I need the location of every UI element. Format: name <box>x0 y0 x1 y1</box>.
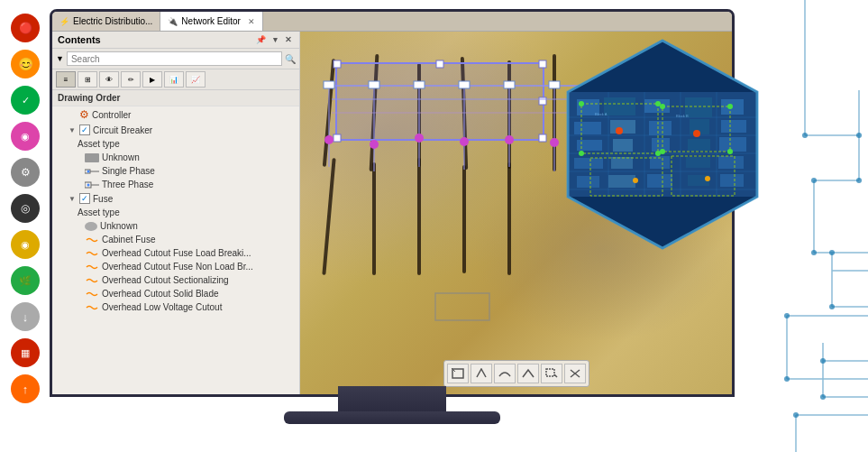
tool-draw-angle[interactable] <box>517 364 539 383</box>
search-button[interactable]: 🔍 <box>285 54 296 64</box>
overhead-section-label: Overhead Cutout Sectionalizing <box>102 275 229 285</box>
tab-label-1: Electric Distributio... <box>73 16 152 26</box>
layer-item-circuit-breaker[interactable]: ▼ ✓ Circuit Breaker <box>52 123 299 137</box>
svg-point-24 <box>784 313 790 318</box>
toolbar-grid-view[interactable]: ⊞ <box>78 71 97 88</box>
svg-rect-41 <box>539 97 546 105</box>
toolbox-icon-7[interactable]: ◉ <box>11 230 40 259</box>
toolbar-visibility[interactable]: 👁 <box>99 71 119 88</box>
fuse-asset-label: Asset type <box>78 208 120 217</box>
toolbar-row: ≡ ⊞ 👁 ✏ ▶ 📊 📈 <box>52 69 299 90</box>
cb-three-phase-symbol <box>85 180 99 189</box>
svg-point-119 <box>616 127 623 134</box>
cb-single-phase-symbol <box>85 167 99 176</box>
toolbox-icon-2[interactable]: 😊 <box>11 50 40 78</box>
svg-point-60 <box>460 137 469 146</box>
layer-item-overhead-low-voltage[interactable]: Overhead Low Voltage Cutout <box>52 300 299 314</box>
overhead-low-voltage-label: Overhead Low Voltage Cutout <box>102 302 222 312</box>
panel-menu-button[interactable]: ▾ <box>271 35 279 44</box>
layer-item-controller[interactable]: ⚙ Controller <box>52 106 299 123</box>
layer-item-overhead-load-break[interactable]: Overhead Cutout Fuse Load Breaki... <box>52 246 299 260</box>
svg-point-27 <box>820 394 826 400</box>
controller-icon: ⚙ <box>79 108 89 121</box>
panel-close-button[interactable]: ✕ <box>283 35 294 44</box>
tab-electric-distribution[interactable]: ⚡ Electric Distributio... <box>52 12 160 31</box>
layer-item-cb-unknown[interactable]: Unknown <box>52 151 299 164</box>
toolbox-icon-3[interactable]: ✓ <box>11 86 40 115</box>
hex-overlay: Block A Block B <box>554 36 771 271</box>
svg-rect-87 <box>574 122 601 134</box>
checkbox-circuit-breaker[interactable]: ✓ <box>79 125 90 135</box>
overhead-non-load-symbol <box>85 263 99 272</box>
expand-arrow-fuse: ▼ <box>69 195 78 203</box>
panel-title: Contents <box>58 34 101 45</box>
toolbox-icon-8[interactable]: 🌿 <box>11 266 40 295</box>
svg-point-122 <box>705 176 710 181</box>
toolbar-select[interactable]: ▶ <box>142 71 162 88</box>
checkbox-fuse[interactable]: ✓ <box>79 193 90 204</box>
layer-list: Drawing Order ⚙ Controller ▼ ✓ Cir <box>52 90 299 394</box>
toolbox-icon-1[interactable]: 🔴 <box>11 14 40 42</box>
layer-sublabel-cb-asset: Asset type <box>52 137 299 151</box>
svg-rect-35 <box>336 63 544 140</box>
svg-rect-54 <box>459 81 470 88</box>
tab-bar: ⚡ Electric Distributio... 🔌 Network Edit… <box>52 12 732 32</box>
layer-item-overhead-section[interactable]: Overhead Cutout Sectionalizing <box>52 273 299 287</box>
svg-point-58 <box>370 140 379 149</box>
toolbox-icon-11[interactable]: ↑ <box>11 374 40 403</box>
toolbox-icon-6[interactable]: ◎ <box>11 194 40 223</box>
svg-line-66 <box>532 375 534 377</box>
svg-point-17 <box>802 133 808 138</box>
layer-item-cb-three-phase[interactable]: Three Phase <box>52 178 299 191</box>
toolbar-edit[interactable]: ✏ <box>121 71 141 88</box>
toolbox-icon-9[interactable]: ↓ <box>11 302 40 331</box>
svg-rect-40 <box>436 60 443 68</box>
tool-select-box[interactable] <box>541 364 562 383</box>
layer-item-cb-single-phase[interactable]: Single Phase <box>52 164 299 178</box>
layer-item-cabinet-fuse[interactable]: Cabinet Fuse <box>52 233 299 246</box>
drawing-order-label: Drawing Order <box>58 93 120 103</box>
panel-pin-button[interactable]: 📌 <box>254 35 268 44</box>
layer-sublabel-fuse-asset: Asset type <box>52 206 299 219</box>
layer-item-fuse[interactable]: ▼ ✓ Fuse <box>52 191 299 206</box>
toolbox-icon-10[interactable]: ▦ <box>11 338 40 367</box>
svg-rect-102 <box>577 176 599 188</box>
overhead-load-break-label: Overhead Cutout Fuse Load Breaki... <box>102 248 251 258</box>
toolbar-list-view[interactable]: ≡ <box>56 71 76 88</box>
svg-point-117 <box>727 149 733 154</box>
overhead-solid-label: Overhead Cutout Solid Blade <box>102 289 219 299</box>
layer-item-overhead-non-load[interactable]: Overhead Cutout Fuse Non Load Br... <box>52 260 299 273</box>
tool-draw-polygon[interactable] <box>471 364 492 383</box>
toolbar-table[interactable]: 📈 <box>186 71 206 88</box>
filter-icon: ▼ <box>56 54 64 63</box>
svg-point-120 <box>693 130 700 137</box>
tab-network-editor[interactable]: 🔌 Network Editor ✕ <box>160 12 263 31</box>
svg-rect-106 <box>720 174 744 187</box>
toolbox-icon-5[interactable]: ⚙ <box>11 158 40 187</box>
svg-point-118 <box>660 149 665 154</box>
monitor: ⚡ Electric Distributio... 🔌 Network Edit… <box>50 9 753 424</box>
left-toolbox: 🔴 😊 ✓ ◉ ⚙ ◎ ◉ 🌿 ↓ ▦ ↑ <box>11 14 43 403</box>
toolbar-chart[interactable]: 📊 <box>164 71 184 88</box>
drawing-order-header: Drawing Order <box>52 90 299 106</box>
svg-rect-85 <box>685 97 712 117</box>
tool-draw-curve[interactable] <box>494 364 516 383</box>
layer-item-fuse-unknown[interactable]: Unknown <box>52 219 299 233</box>
layer-item-overhead-solid[interactable]: Overhead Cutout Solid Blade <box>52 287 299 300</box>
svg-rect-96 <box>719 137 746 152</box>
tool-draw-rectangle[interactable] <box>447 364 469 383</box>
svg-text:Block B: Block B <box>676 114 689 118</box>
toolbox-icon-4[interactable]: ◉ <box>11 122 40 151</box>
svg-point-21 <box>811 250 817 255</box>
svg-point-22 <box>829 250 835 255</box>
svg-point-31 <box>87 170 90 172</box>
svg-rect-53 <box>414 81 425 88</box>
search-input[interactable] <box>67 51 282 66</box>
tab-close-button[interactable]: ✕ <box>248 17 255 26</box>
svg-rect-39 <box>539 134 546 142</box>
svg-point-116 <box>727 104 733 109</box>
tool-delete[interactable] <box>564 364 586 383</box>
svg-point-28 <box>793 412 799 418</box>
panel-header-actions: 📌 ▾ ✕ <box>254 35 294 44</box>
cb-asset-label: Asset type <box>78 139 120 149</box>
